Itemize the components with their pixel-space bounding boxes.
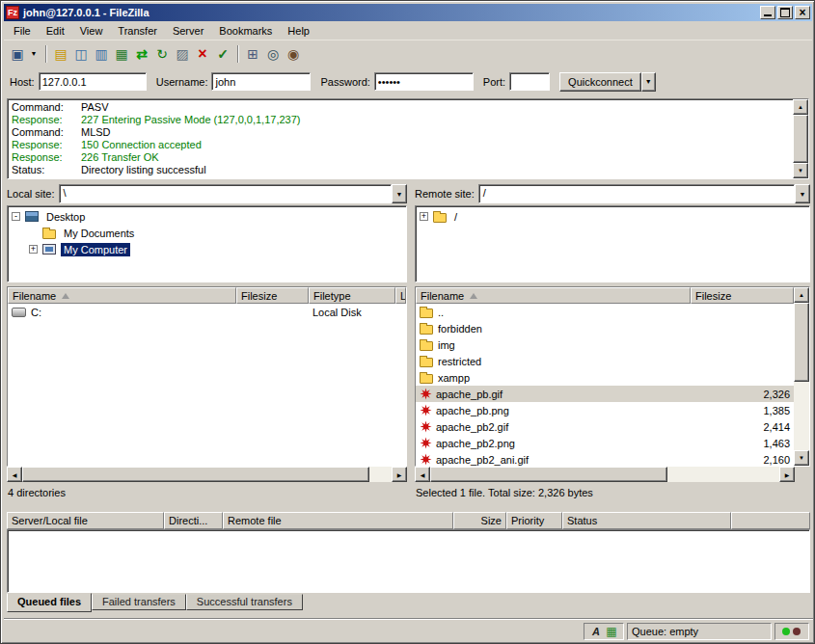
remote-file-row[interactable]: forbidden bbox=[416, 320, 794, 336]
menu-view[interactable]: View bbox=[72, 23, 111, 39]
port-input[interactable] bbox=[509, 72, 550, 91]
tree-item-desktop[interactable]: - Desktop bbox=[10, 208, 404, 225]
local-site-value[interactable]: \ bbox=[59, 184, 392, 203]
tree-expand-icon[interactable]: + bbox=[29, 245, 38, 254]
scroll-thumb[interactable] bbox=[794, 303, 809, 382]
tree-item-my-computer[interactable]: + My Computer bbox=[10, 241, 404, 257]
host-input[interactable] bbox=[39, 72, 147, 91]
remote-file-row[interactable]: xampp bbox=[416, 369, 794, 386]
tab-successful-transfers[interactable]: Successful transfers bbox=[186, 594, 303, 610]
site-manager-dropdown-icon[interactable]: ▼ bbox=[28, 44, 40, 64]
password-input[interactable] bbox=[374, 72, 474, 91]
quickconnect-button[interactable]: Quickconnect bbox=[559, 72, 641, 92]
remote-site-value[interactable]: / bbox=[478, 184, 795, 203]
column-header-lastmodified[interactable]: L bbox=[395, 287, 406, 304]
chevron-down-icon[interactable]: ▼ bbox=[795, 184, 810, 203]
refresh-icon[interactable]: ⇄ bbox=[132, 44, 151, 64]
remote-hscrollbar[interactable]: ◀ ▶ bbox=[415, 467, 795, 482]
title-bar[interactable]: Fz john@127.0.0.1 - FileZilla × bbox=[4, 4, 812, 21]
computer-icon bbox=[42, 244, 56, 255]
scroll-up-icon[interactable]: ▲ bbox=[793, 99, 808, 115]
local-site-combo[interactable]: \ ▼ bbox=[59, 184, 407, 203]
maximize-button[interactable] bbox=[777, 6, 793, 19]
scroll-down-icon[interactable]: ▼ bbox=[794, 450, 809, 466]
remote-file-row[interactable]: restricted bbox=[416, 353, 794, 369]
tree-item-root[interactable]: + / bbox=[418, 208, 807, 225]
toggle-log-icon[interactable]: ▤ bbox=[51, 44, 70, 64]
scroll-thumb[interactable] bbox=[22, 467, 369, 482]
menu-bookmarks[interactable]: Bookmarks bbox=[211, 23, 280, 39]
remote-vscrollbar[interactable]: ▲ ▼ bbox=[794, 287, 809, 466]
pane-splitter[interactable] bbox=[407, 184, 415, 485]
quickconnect-dropdown-icon[interactable]: ▼ bbox=[641, 72, 656, 92]
toggle-queue-icon[interactable]: ▦ bbox=[112, 44, 131, 64]
column-header-remote-file[interactable]: Remote file bbox=[223, 512, 453, 529]
close-button[interactable]: × bbox=[795, 6, 810, 19]
local-list-body[interactable]: C: Local Disk bbox=[8, 304, 406, 466]
scroll-left-icon[interactable]: ◀ bbox=[7, 467, 22, 482]
scroll-left-icon[interactable]: ◀ bbox=[415, 467, 430, 482]
menu-transfer[interactable]: Transfer bbox=[110, 23, 165, 39]
remote-site-combo[interactable]: / ▼ bbox=[478, 184, 810, 203]
tab-failed-transfers[interactable]: Failed transfers bbox=[92, 594, 186, 610]
scroll-right-icon[interactable]: ▶ bbox=[779, 467, 795, 482]
tree-item-label[interactable]: My Documents bbox=[61, 227, 137, 240]
tree-item-label[interactable]: Desktop bbox=[43, 210, 88, 224]
chevron-down-icon[interactable]: ▼ bbox=[392, 184, 407, 203]
activity-leds bbox=[780, 627, 803, 636]
filter-icon[interactable]: ◎ bbox=[263, 44, 283, 64]
tree-item-label[interactable]: / bbox=[451, 210, 460, 224]
queue-list[interactable] bbox=[7, 529, 810, 593]
tree-item-my-documents[interactable]: My Documents bbox=[10, 225, 404, 241]
remote-file-row[interactable]: apache_pb2.png 1,463 bbox=[416, 435, 794, 451]
message-log[interactable]: Command:PASV Response:227 Entering Passi… bbox=[7, 98, 809, 179]
column-header-filename[interactable]: Filename bbox=[8, 287, 236, 304]
column-header-filename[interactable]: Filename bbox=[416, 287, 691, 304]
column-header-filesize[interactable]: Filesize bbox=[236, 287, 309, 304]
scroll-up-icon[interactable]: ▲ bbox=[794, 287, 809, 303]
disconnect-icon[interactable]: ✓ bbox=[213, 44, 232, 64]
column-header-size[interactable]: Size bbox=[453, 512, 506, 529]
menu-file[interactable]: File bbox=[6, 23, 39, 39]
cancel-icon[interactable]: × bbox=[193, 44, 212, 64]
tree-expand-icon[interactable]: + bbox=[420, 212, 428, 221]
column-header-filetype[interactable]: Filetype bbox=[309, 287, 395, 304]
menu-help[interactable]: Help bbox=[280, 23, 317, 39]
remote-file-row[interactable]: apache_pb2.gif 2,414 bbox=[416, 418, 794, 435]
remote-list-body[interactable]: .. forbidden img restricted xampp bbox=[416, 304, 794, 466]
local-hscrollbar[interactable]: ◀ ▶ bbox=[7, 467, 407, 482]
column-header-status[interactable]: Status bbox=[562, 512, 731, 529]
column-header-server-local-file[interactable]: Server/Local file bbox=[7, 512, 164, 529]
find-icon[interactable]: ◉ bbox=[284, 44, 303, 64]
tab-queued-files[interactable]: Queued files bbox=[7, 593, 92, 612]
remote-file-row[interactable]: apache_pb.png 1,385 bbox=[416, 402, 794, 418]
compare-icon[interactable]: ⊞ bbox=[243, 44, 262, 64]
column-header-priority[interactable]: Priority bbox=[506, 512, 562, 529]
column-header-direction[interactable]: Directi... bbox=[164, 512, 223, 529]
tree-item-label-selected[interactable]: My Computer bbox=[61, 243, 130, 256]
column-header-filesize[interactable]: Filesize bbox=[691, 287, 794, 304]
scroll-down-icon[interactable]: ▼ bbox=[793, 163, 808, 178]
preview-icon[interactable]: ▨ bbox=[173, 44, 192, 64]
process-queue-icon[interactable]: ↻ bbox=[152, 44, 172, 64]
minimize-button[interactable] bbox=[760, 6, 775, 19]
remote-file-row[interactable]: apache_pb2_ani.gif 2,160 bbox=[416, 451, 794, 466]
scroll-thumb[interactable] bbox=[793, 115, 808, 163]
site-manager-icon[interactable]: ▣ bbox=[8, 44, 27, 64]
scroll-right-icon[interactable]: ▶ bbox=[392, 467, 407, 482]
remote-file-row-selected[interactable]: apache_pb.gif 2,326 bbox=[416, 386, 794, 402]
log-scrollbar[interactable]: ▲ ▼ bbox=[793, 99, 808, 178]
local-file-row[interactable]: C: Local Disk bbox=[8, 304, 406, 320]
tree-collapse-icon[interactable]: - bbox=[12, 212, 20, 221]
menu-server[interactable]: Server bbox=[165, 23, 211, 39]
menu-edit[interactable]: Edit bbox=[39, 23, 72, 39]
scroll-thumb[interactable] bbox=[430, 467, 667, 482]
username-input[interactable] bbox=[211, 72, 311, 91]
queue-status-text: Queue: empty bbox=[632, 626, 698, 637]
toggle-local-tree-icon[interactable]: ◫ bbox=[71, 44, 91, 64]
toolbar-separator bbox=[237, 45, 239, 63]
toggle-remote-tree-icon[interactable]: ▥ bbox=[92, 44, 111, 64]
remote-file-row[interactable]: .. bbox=[416, 304, 794, 320]
window-title: john@127.0.0.1 - FileZilla bbox=[23, 7, 758, 18]
remote-file-row[interactable]: img bbox=[416, 336, 794, 353]
